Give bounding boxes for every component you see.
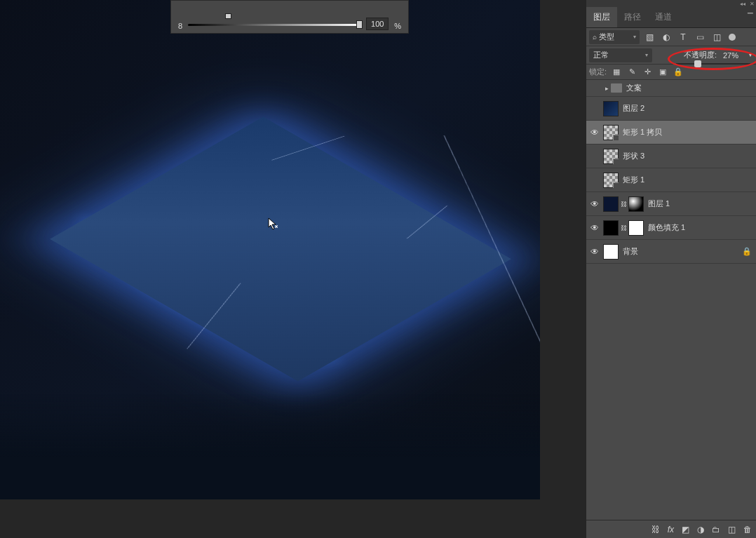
adjust-value-input[interactable]: 100 (366, 18, 389, 30)
visibility-toggle[interactable]: 👁 (586, 128, 603, 137)
lock-all-icon[interactable]: 🔒 (673, 67, 684, 76)
fill-slider-thumb[interactable] (694, 60, 701, 67)
opacity-chevron-icon[interactable]: ▾ (749, 52, 752, 58)
layer-thumbnail[interactable] (603, 173, 619, 188)
filter-toggle-icon[interactable] (729, 34, 736, 41)
mask-thumbnail[interactable] (628, 196, 644, 212)
filter-type-icon[interactable]: T (676, 30, 690, 44)
layer-name[interactable]: 颜色填充 1 (648, 222, 752, 233)
adjustment-icon[interactable]: ◑ (697, 525, 704, 534)
chevron-down-icon: ▾ (645, 52, 648, 58)
layer-thumbnail[interactable] (603, 196, 619, 212)
delete-icon[interactable]: 🗑 (743, 525, 752, 534)
blend-mode-select[interactable]: 正常 ▾ (589, 48, 652, 62)
panel-menu-icon[interactable]: ▔ (748, 13, 753, 20)
layer-row[interactable]: 👁 矩形 1 (586, 168, 756, 192)
visibility-toggle[interactable]: 👁 (586, 223, 603, 233)
folder-icon (611, 83, 622, 93)
layer-row[interactable]: 👁 ⛓ 颜色填充 1 (586, 216, 756, 240)
opacity-value-input[interactable]: 27% (721, 49, 745, 62)
floating-adjust-panel[interactable]: 8 100 % (170, 0, 409, 34)
panel-tabs: 图层 路径 通道 ▔ (586, 7, 756, 28)
visibility-toggle[interactable]: 👁 (586, 152, 603, 161)
tab-layers[interactable]: 图层 (586, 7, 617, 27)
filter-type-select[interactable]: ⌕ 类型 ▾ (589, 30, 640, 44)
layer-row[interactable]: 👁 背景 🔒 (586, 240, 756, 264)
mask-thumbnail[interactable] (628, 220, 644, 236)
layer-name[interactable]: 图层 2 (623, 103, 752, 114)
filter-smart-icon[interactable]: ◫ (710, 30, 724, 44)
layer-row[interactable]: 👁 ⛓ 图层 1 (586, 192, 756, 216)
layer-name[interactable]: 图层 1 (648, 199, 752, 209)
layer-list: 👁 ▸ 文案 👁 图层 2 👁 矩形 1 拷贝 👁 形状 3 👁 矩形 1 � (586, 80, 756, 520)
layer-actions-bar: ⛓ fx ◩ ◑ 🗀 ◫ 🗑 (586, 520, 756, 538)
visibility-toggle[interactable]: 👁 (586, 104, 603, 114)
lock-brush-icon[interactable]: ✎ (626, 67, 637, 76)
new-layer-icon[interactable]: ◫ (728, 525, 736, 534)
layer-group-row[interactable]: 👁 ▸ 文案 (586, 80, 756, 97)
link-mask-icon[interactable]: ⛓ (620, 201, 627, 208)
percent-label: % (394, 22, 401, 30)
tab-channels[interactable]: 通道 (648, 7, 679, 27)
collapse-icon[interactable]: ◂◂ (740, 1, 745, 7)
visibility-toggle[interactable]: 👁 (586, 175, 603, 185)
lock-position-icon[interactable]: ✛ (642, 67, 653, 76)
lock-artboard-icon[interactable]: ▣ (657, 67, 668, 76)
move-cursor-icon (268, 217, 279, 231)
adjust-slider[interactable] (188, 19, 360, 30)
layer-thumbnail[interactable] (603, 220, 619, 236)
artwork-chip (50, 116, 511, 381)
layer-thumbnail[interactable] (603, 244, 619, 260)
layer-thumbnail[interactable] (603, 149, 619, 164)
visibility-toggle[interactable]: 👁 (586, 83, 603, 93)
mask-icon[interactable]: ◩ (682, 525, 689, 534)
lock-icon[interactable]: 🔒 (742, 247, 752, 256)
search-icon: ⌕ (593, 33, 597, 41)
link-layers-icon[interactable]: ⛓ (652, 525, 660, 534)
filter-type-label: 类型 (599, 32, 614, 42)
layer-name[interactable]: 文案 (626, 83, 756, 93)
layer-filter-row: ⌕ 类型 ▾ ▧ ◐ T ▭ ◫ (586, 28, 756, 46)
layer-row[interactable]: 👁 图层 2 (586, 97, 756, 121)
group-icon[interactable]: 🗀 (712, 525, 720, 534)
layer-name[interactable]: 形状 3 (623, 151, 752, 161)
blend-mode-label: 正常 (593, 50, 609, 60)
expand-arrow-icon[interactable]: ▸ (605, 85, 609, 92)
panel-titlebar: ◂◂ ✕ (586, 0, 756, 7)
filter-shape-icon[interactable]: ▭ (693, 30, 707, 44)
layer-thumbnail[interactable] (603, 101, 619, 116)
canvas-viewport[interactable] (0, 0, 540, 499)
fx-icon[interactable]: fx (668, 525, 674, 534)
layer-name[interactable]: 矩形 1 (623, 175, 752, 185)
chevron-down-icon: ▾ (633, 34, 636, 40)
blend-opacity-row: 正常 ▾ 不透明度: 27% ▾ (586, 46, 756, 65)
layer-row-selected[interactable]: 👁 矩形 1 拷贝 (586, 121, 756, 144)
lock-label: 锁定: (589, 67, 607, 77)
close-icon[interactable]: ✕ (750, 1, 755, 7)
link-mask-icon[interactable]: ⛓ (620, 224, 627, 231)
tab-paths[interactable]: 路径 (617, 7, 648, 27)
layers-panel: ◂◂ ✕ 图层 路径 通道 ▔ ⌕ 类型 ▾ ▧ ◐ T ▭ ◫ 正常 ▾ 不透… (586, 0, 756, 538)
dock-gap (540, 0, 586, 538)
slider-min-label: 8 (178, 22, 182, 30)
canvas-pasteboard (0, 499, 540, 538)
opacity-label: 不透明度: (684, 50, 717, 60)
filter-adjust-icon[interactable]: ◐ (659, 30, 673, 44)
visibility-toggle[interactable]: 👁 (586, 199, 603, 209)
layer-name[interactable]: 背景 (623, 246, 742, 257)
layer-row[interactable]: 👁 形状 3 (586, 144, 756, 168)
visibility-toggle[interactable]: 👁 (586, 247, 603, 257)
lock-transparent-icon[interactable]: ▦ (611, 67, 622, 76)
fill-slider[interactable] (676, 63, 750, 65)
layer-thumbnail[interactable] (603, 125, 619, 140)
filter-pixel-icon[interactable]: ▧ (642, 30, 656, 44)
lock-fill-row: 锁定: ▦ ✎ ✛ ▣ 🔒 (586, 65, 756, 80)
layer-name[interactable]: 矩形 1 拷贝 (623, 127, 752, 137)
